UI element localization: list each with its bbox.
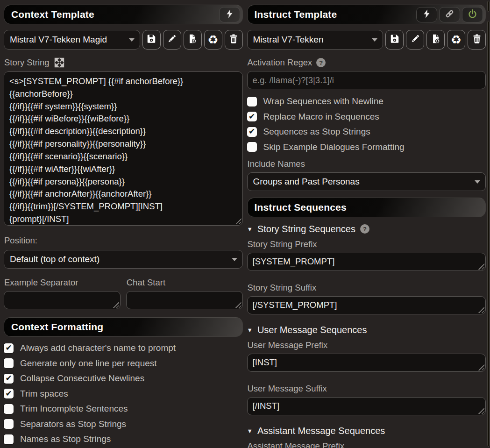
activation-regex-wrap: [247, 71, 486, 89]
save-preset-button[interactable]: [142, 30, 161, 50]
checkbox[interactable]: [4, 389, 14, 398]
help-icon[interactable]: ?: [316, 58, 326, 67]
option-collapse-newlines-row[interactable]: Collapse Consecutive Newlines: [4, 371, 243, 386]
instruct-preset-select[interactable]: Mistral V7-Tekken: [247, 30, 383, 50]
lightning-icon: [422, 9, 432, 21]
option-label: Names as Stop Strings: [20, 434, 111, 444]
context-preset-row: Mistral V7-Tekken Magid ♻: [4, 30, 243, 50]
chevron-down-icon: [232, 258, 237, 261]
option-add-name-row[interactable]: Always add character's name to prompt: [4, 341, 243, 356]
example-separator-textarea[interactable]: [4, 291, 121, 309]
floppy-disk-icon: [390, 34, 400, 46]
story-string-wrap: <s>[SYSTEM_PROMPT] {{#if anchorBefore}} …: [4, 71, 243, 226]
context-formatting-header[interactable]: Context Formatting: [4, 317, 243, 337]
maximize-icon[interactable]: [54, 57, 65, 68]
checkbox[interactable]: [4, 374, 14, 384]
activation-regex-input[interactable]: [247, 71, 486, 89]
import-preset-button[interactable]: [184, 30, 202, 50]
user-message-prefix-textarea[interactable]: [INST]: [247, 354, 486, 372]
checkbox[interactable]: [4, 358, 14, 368]
option-wrap-newline-row[interactable]: Wrap Sequences with Newline: [247, 94, 486, 109]
checkbox[interactable]: [4, 434, 14, 444]
option-names-stop-row[interactable]: Names as Stop Strings: [4, 432, 243, 447]
option-label: Trim Incomplete Sentences: [20, 404, 128, 414]
option-label: Separators as Stop Strings: [20, 419, 126, 429]
drawer-title: User Message Sequences: [257, 325, 367, 335]
option-separators-stop-row[interactable]: Separators as Stop Strings: [4, 417, 243, 432]
context-quick-toggle-button[interactable]: [219, 7, 240, 22]
chat-start-textarea[interactable]: [126, 291, 243, 309]
chevron-down-icon: [247, 225, 253, 233]
chevron-down-icon: [475, 180, 480, 184]
scrollbar-segment[interactable]: [487, 1, 490, 12]
instruct-enabled-toggle-button[interactable]: [462, 7, 483, 22]
option-skip-examples-row[interactable]: Skip Example Dialogues Formatting: [247, 140, 486, 155]
checkbox[interactable]: [247, 127, 257, 137]
save-preset-button[interactable]: [385, 30, 404, 50]
chat-start-label: Chat Start: [127, 277, 243, 288]
checkbox[interactable]: [247, 112, 257, 121]
position-select[interactable]: Default (top of context): [4, 250, 243, 269]
option-label: Always add character's name to prompt: [20, 343, 176, 353]
rename-preset-button[interactable]: [406, 30, 424, 50]
chevron-down-icon: [247, 427, 253, 435]
separator-chat-start-row: Example Separator Chat Start: [4, 277, 243, 309]
user-message-suffix-textarea[interactable]: [/INST]: [247, 397, 486, 415]
drawer-title: Assistant Message Sequences: [257, 426, 385, 436]
option-trim-incomplete-row[interactable]: Trim Incomplete Sentences: [4, 401, 243, 417]
user-message-prefix-label: User Message Prefix: [248, 340, 486, 351]
context-template-panel: Context Template Mistral V7-Tekken Magid: [4, 5, 243, 448]
restore-preset-button[interactable]: ♻: [204, 30, 222, 50]
option-label: Wrap Sequences with Newline: [263, 96, 383, 107]
recycle-icon: ♻: [451, 34, 462, 46]
example-separator-label: Example Separator: [4, 277, 121, 288]
delete-preset-button[interactable]: [468, 30, 486, 50]
instruct-sequences-header[interactable]: Instruct Sequences: [247, 198, 486, 217]
instruct-quick-toggle-button[interactable]: [416, 7, 437, 22]
drawer-title: Story String Sequences: [257, 224, 355, 235]
option-sequences-stop-row[interactable]: Sequences as Stop Strings: [247, 124, 486, 140]
scrollbar-thumb[interactable]: [487, 21, 490, 447]
option-label: Generate only one line per request: [20, 358, 157, 369]
bind-to-context-button[interactable]: [439, 7, 460, 22]
assistant-message-sequences-drawer[interactable]: Assistant Message Sequences: [247, 425, 486, 437]
floppy-disk-icon: [146, 34, 156, 46]
chevron-down-icon: [372, 38, 377, 42]
include-names-select[interactable]: Groups and Past Personas: [247, 172, 486, 191]
instruct-preset-row: Mistral V7-Tekken ♻: [247, 30, 486, 50]
help-icon[interactable]: ?: [360, 224, 369, 234]
instruct-template-title: Instruct Template: [255, 9, 415, 20]
instruct-template-header[interactable]: Instruct Template: [247, 5, 486, 24]
context-formatting-title: Context Formatting: [11, 321, 240, 333]
include-names-value: Groups and Past Personas: [253, 177, 360, 187]
context-preset-value: Mistral V7-Tekken Magid: [10, 35, 107, 45]
checkbox[interactable]: [247, 97, 257, 107]
option-one-line-row[interactable]: Generate only one line per request: [4, 356, 243, 371]
import-preset-button[interactable]: [426, 30, 445, 50]
user-message-sequences-drawer[interactable]: User Message Sequences: [247, 324, 486, 336]
checkbox[interactable]: [4, 404, 14, 414]
checkbox[interactable]: [4, 419, 14, 429]
option-label: Skip Example Dialogues Formatting: [263, 142, 405, 152]
pencil-icon: [410, 34, 420, 46]
story-string-suffix-textarea[interactable]: [/SYSTEM_PROMPT]: [247, 296, 486, 314]
chevron-down-icon: [129, 38, 135, 42]
user-message-suffix-label: User Message Suffix: [248, 383, 486, 394]
option-trim-spaces-row[interactable]: Trim spaces: [4, 386, 243, 402]
story-string-textarea[interactable]: <s>[SYSTEM_PROMPT] {{#if anchorBefore}} …: [4, 71, 243, 226]
context-preset-select[interactable]: Mistral V7-Tekken Magid: [4, 30, 140, 50]
story-string-prefix-label: Story String Prefix: [248, 239, 486, 250]
checkbox[interactable]: [247, 142, 257, 152]
delete-preset-button[interactable]: [225, 30, 243, 50]
trash-icon: [472, 34, 482, 46]
option-replace-macro-row[interactable]: Replace Macro in Sequences: [247, 109, 486, 125]
template-panels: Context Template Mistral V7-Tekken Magid: [0, 0, 490, 448]
rename-preset-button[interactable]: [163, 30, 181, 50]
instruct-sequences-title: Instruct Sequences: [255, 202, 483, 213]
story-string-prefix-textarea[interactable]: [SYSTEM_PROMPT]: [247, 253, 486, 271]
recycle-icon: ♻: [207, 34, 218, 46]
story-string-sequences-drawer[interactable]: Story String Sequences ?: [247, 223, 486, 235]
checkbox[interactable]: [4, 343, 14, 353]
restore-preset-button[interactable]: ♻: [447, 30, 465, 50]
context-template-header[interactable]: Context Template: [4, 5, 243, 24]
